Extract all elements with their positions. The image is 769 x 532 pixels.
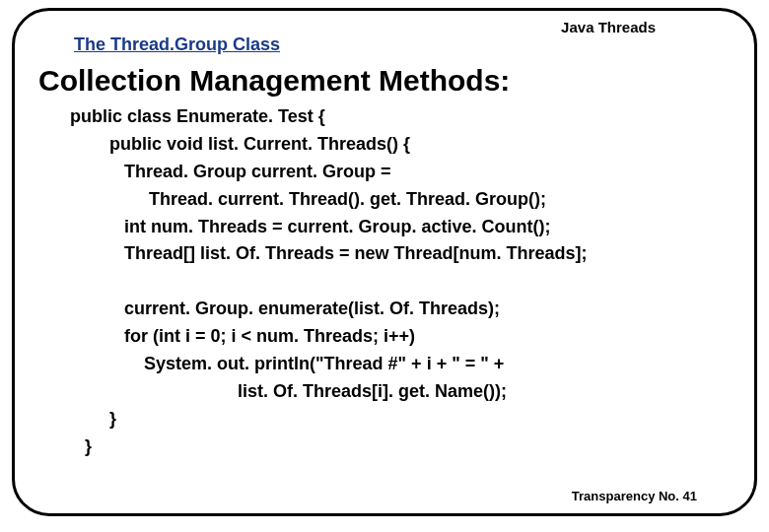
code-line: int num. Threads = current. Group. activ… bbox=[70, 217, 551, 236]
code-line: } bbox=[70, 436, 92, 456]
code-block: public class Enumerate. Test { public vo… bbox=[70, 103, 734, 461]
code-line: } bbox=[70, 409, 116, 429]
code-line: public class Enumerate. Test { bbox=[70, 106, 325, 126]
code-line: for (int i = 0; i < num. Threads; i++) bbox=[70, 326, 415, 346]
code-line: System. out. println("Thread #" + i + " … bbox=[70, 354, 504, 373]
main-heading: Collection Management Methods: bbox=[38, 64, 510, 98]
code-line: list. Of. Threads[i]. get. Name()); bbox=[70, 381, 507, 401]
code-line: current. Group. enumerate(list. Of. Thre… bbox=[70, 299, 500, 318]
slide-frame: Java Threads The Thread.Group Class Coll… bbox=[12, 8, 757, 516]
transparency-number: Transparency No. 41 bbox=[572, 489, 697, 503]
header-topic: Java Threads bbox=[561, 19, 656, 35]
code-line: Thread. current. Thread(). get. Thread. … bbox=[70, 189, 546, 209]
code-line: public void list. Current. Threads() { bbox=[70, 134, 410, 154]
code-line: Thread. Group current. Group = bbox=[70, 162, 391, 181]
slide-subtitle: The Thread.Group Class bbox=[74, 34, 280, 55]
code-line: Thread[] list. Of. Threads = new Thread[… bbox=[70, 243, 588, 263]
